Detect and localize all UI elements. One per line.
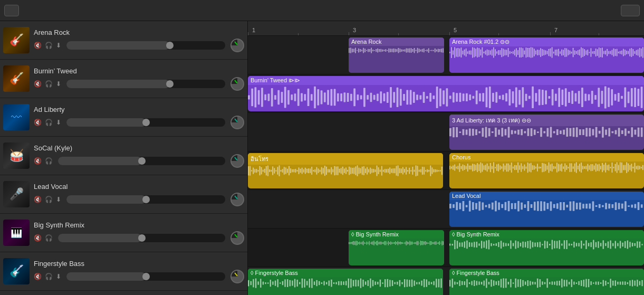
svg-rect-379 [279, 165, 280, 176]
svg-rect-243 [456, 93, 458, 102]
svg-rect-1008 [566, 280, 567, 287]
pan-knob-lead-vocal[interactable] [230, 193, 244, 206]
clip-big_synth_1[interactable]: ◊ Big Synth Remix [349, 230, 444, 265]
headphone-icon[interactable]: 🎧 [45, 273, 53, 280]
svg-rect-790 [432, 242, 432, 244]
mic-icon [9, 187, 24, 201]
svg-rect-564 [585, 166, 587, 169]
svg-rect-210 [347, 93, 349, 102]
svg-rect-81 [484, 52, 485, 53]
headphone-icon[interactable]: 🎧 [45, 157, 53, 165]
svg-rect-84 [488, 50, 489, 55]
clip-fingerstyle_2[interactable]: ◊ Fingerstyle Bass [449, 269, 644, 295]
svg-rect-36 [406, 48, 407, 52]
clip-burnin_tweed[interactable]: Burnin’ Tweed ⧐⧐ [248, 76, 644, 111]
volume-slider-lead-vocal[interactable] [66, 195, 225, 204]
svg-rect-649 [608, 204, 610, 208]
clip-label-arena_rock_2: Arena Rock #01.2 ⊝⊝ [449, 37, 644, 46]
mute-icon[interactable]: 🔇 [34, 157, 42, 165]
svg-rect-747 [381, 242, 381, 245]
svg-rect-304 [463, 129, 465, 135]
svg-rect-656 [631, 205, 633, 208]
clip-ad_liberty[interactable]: 3 Ad Liberty: เทค 3 (3 เทค) ⊝⊝ [449, 115, 644, 150]
filter-button[interactable] [621, 5, 640, 16]
svg-rect-365 [256, 169, 257, 173]
mute-icon[interactable]: 🔇 [34, 196, 42, 203]
svg-rect-117 [542, 49, 543, 56]
svg-rect-1021 [598, 281, 599, 284]
svg-rect-881 [251, 281, 252, 286]
headphone-icon[interactable]: 🎧 [45, 234, 53, 242]
clip-lead_vocal[interactable]: Lead Vocal [449, 192, 644, 227]
volume-slider-arena-rock[interactable] [66, 41, 225, 50]
mute-icon[interactable]: 🔇 [34, 80, 42, 88]
pan-knob-arena-rock[interactable] [230, 39, 244, 52]
record-arm-icon[interactable]: ⬇ [56, 119, 61, 126]
record-arm-icon[interactable]: ⬇ [56, 196, 61, 203]
svg-rect-242 [453, 92, 455, 102]
headphone-icon[interactable]: 🎧 [45, 42, 53, 49]
svg-rect-380 [281, 170, 282, 172]
svg-rect-609 [478, 202, 480, 211]
svg-rect-278 [571, 91, 573, 104]
volume-slider-ad-liberty[interactable] [66, 118, 225, 127]
clip-big_synth_2[interactable]: ◊ Big Synth Remix [449, 230, 644, 265]
record-arm-icon[interactable]: ⬇ [56, 273, 61, 280]
pan-knob-burnin-tweed[interactable] [230, 77, 244, 91]
svg-rect-643 [589, 204, 591, 209]
svg-rect-412 [332, 169, 333, 173]
clip-arena_rock_2[interactable]: Arena Rock #01.2 ⊝⊝ [449, 37, 644, 73]
pan-knob-big-synth[interactable] [230, 231, 244, 245]
svg-rect-87 [493, 47, 494, 58]
svg-rect-648 [605, 203, 607, 210]
svg-rect-813 [481, 241, 482, 248]
svg-rect-768 [406, 241, 407, 245]
mute-icon[interactable]: 🔇 [34, 119, 42, 126]
volume-slider-burnin-tweed[interactable] [66, 80, 225, 88]
svg-rect-651 [615, 202, 617, 210]
headphone-icon[interactable]: 🎧 [45, 119, 53, 126]
svg-rect-513 [503, 164, 504, 172]
svg-rect-231 [416, 94, 418, 100]
clip-fingerstyle_1[interactable]: ◊ Fingerstyle Bass [248, 269, 443, 295]
svg-rect-982 [503, 278, 504, 288]
svg-rect-290 [611, 89, 613, 106]
svg-rect-887 [265, 282, 266, 284]
svg-rect-1031 [622, 281, 623, 285]
pan-knob-fingerstyle-bass[interactable] [230, 270, 244, 283]
volume-slider-big-synth[interactable] [58, 234, 225, 242]
svg-rect-325 [531, 128, 533, 136]
record-arm-icon[interactable]: ⬇ [56, 42, 61, 49]
clip-socal_intro[interactable]: อินโทร [248, 153, 443, 188]
volume-slider-fingerstyle-bass[interactable] [66, 272, 225, 281]
pan-knob-ad-liberty[interactable] [230, 116, 244, 129]
svg-rect-613 [492, 203, 494, 210]
svg-rect-346 [599, 131, 601, 134]
add-track-button[interactable] [4, 5, 19, 16]
pan-knob-socal[interactable] [230, 154, 244, 168]
svg-rect-298 [638, 89, 640, 106]
svg-rect-1003 [554, 281, 555, 284]
headphone-icon[interactable]: 🎧 [45, 196, 53, 203]
arr-track-lead-vocal: Lead VocalLead [248, 190, 644, 229]
svg-rect-886 [263, 282, 264, 285]
svg-rect-578 [608, 165, 609, 171]
svg-rect-471 [428, 170, 429, 172]
clip-socal_chorus[interactable]: Chorus [449, 153, 644, 188]
svg-rect-605 [466, 205, 468, 207]
svg-rect-631 [550, 202, 552, 211]
svg-rect-602 [456, 202, 458, 210]
headphone-icon[interactable]: 🎧 [45, 80, 53, 88]
svg-rect-71 [467, 51, 468, 54]
mute-icon[interactable]: 🔇 [34, 234, 42, 242]
svg-rect-268 [539, 89, 541, 105]
mute-icon[interactable]: 🔇 [34, 273, 42, 280]
clip-arena_rock_1[interactable]: Arena Rock [349, 37, 444, 73]
volume-slider-socal[interactable] [58, 157, 225, 165]
svg-rect-570 [595, 164, 597, 172]
svg-rect-1011 [573, 282, 574, 285]
svg-rect-812 [478, 243, 479, 245]
amp2-icon [9, 72, 24, 85]
mute-icon[interactable]: 🔇 [34, 42, 42, 49]
record-arm-icon[interactable]: ⬇ [56, 80, 61, 88]
